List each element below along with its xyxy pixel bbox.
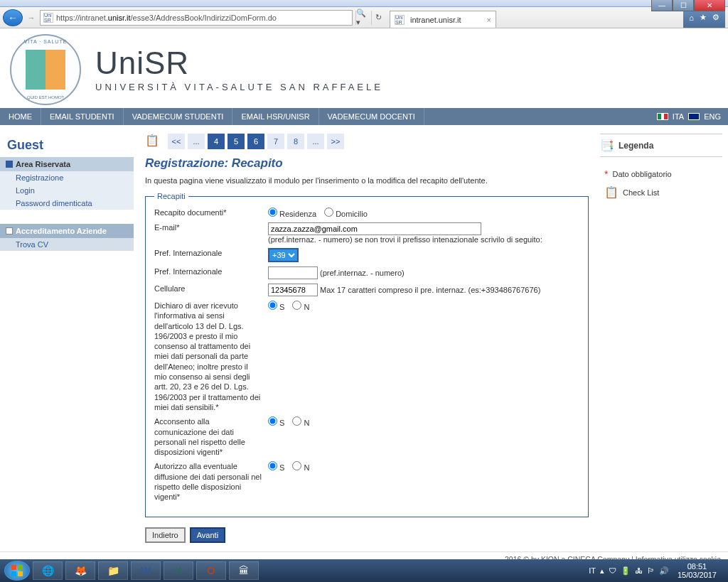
main-nav: HOME EMAIL STUDENTI VADEMECUM STUDENTI E… [0,108,728,125]
pager-prev[interactable]: ... [188,134,205,149]
browser-back-button[interactable]: ← [3,9,23,26]
pref-internazionale-field[interactable] [268,266,318,279]
star-icon: * [604,168,608,180]
cellulare-field[interactable] [268,284,318,296]
flag-en-icon [688,113,700,120]
back-button[interactable]: Indietro [145,527,186,543]
nav-vademecum-studenti[interactable]: VADEMECUM STUDENTI [124,108,233,125]
refresh-icon[interactable]: ↻ [371,11,385,25]
sidebar-item-trova-cv[interactable]: Trova CV [0,238,134,251]
checkbox-icon [6,161,13,168]
tab-favicon-icon: Uni SR [395,15,405,25]
pref-internazionale-select[interactable]: +39 [268,248,299,262]
cell-hint: Max 17 caratteri compreso il pre. intern… [320,286,540,294]
browser-forward-button[interactable]: → [24,11,38,25]
sidebar-item-login[interactable]: Login [0,184,134,197]
pager-4[interactable]: 4 [208,134,225,149]
radio-q3-s[interactable] [268,461,277,470]
lang-ita[interactable]: ITA [673,112,684,121]
taskbar-outlook-icon[interactable]: O [196,561,226,566]
flag-it-icon [657,113,668,120]
right-column: 📑 Legenda * Dato obbligatorio 📋 Check Li… [600,125,728,551]
nav-email-hsr[interactable]: EMAIL HSR/UNISR [232,108,318,125]
pager-next[interactable]: ... [307,134,324,149]
pager-last[interactable]: >> [327,134,344,149]
address-bar[interactable]: Uni SR https://intranet.unisr.it/esse3/A… [40,10,353,26]
recapiti-fieldset: Recapiti Recapito documenti* Residenza D… [145,192,589,517]
taskbar-app-icon[interactable]: 🏛 [229,561,259,566]
legend-title: 📑 Legenda [600,139,722,152]
start-button[interactable] [4,561,30,566]
window-maximize-button[interactable]: ☐ [673,0,694,11]
browser-tab[interactable]: Uni SR intranet.unisr.it × [390,11,496,28]
tray-clock[interactable]: 08:51 15/03/2017 [673,562,721,566]
fieldset-legend: Recapiti [154,192,188,200]
radio-q2-n[interactable] [292,416,301,426]
browser-toolbar: ← → Uni SR https://intranet.unisr.it/ess… [0,7,728,28]
clipboard-icon: 📋 [145,134,159,149]
pager-6[interactable]: 6 [247,134,264,149]
forward-button[interactable]: Avanti [190,527,225,543]
info-icon: 📑 [600,139,614,152]
window-minimize-button[interactable]: — [651,0,673,11]
label-pref2: Pref. Internazionale [154,266,268,276]
tools-icon[interactable]: ⚙ [712,13,719,22]
sidebar-head-area-riservata[interactable]: Area Riservata [0,157,134,171]
tab-close-icon[interactable]: × [487,16,491,24]
page-title: Registrazione: Recapito [145,156,589,171]
email-field[interactable] [268,222,481,235]
taskbar-word-icon[interactable]: W [131,561,161,566]
favorites-icon[interactable]: ★ [700,13,707,22]
sidebar-item-registrazione[interactable]: Registrazione [0,171,134,184]
pref2-hint: (pref.internaz. - numero) [320,269,405,277]
sidebar-head-accreditamento[interactable]: Accreditamento Aziende [0,224,134,238]
sidebar-title: Guest [0,132,134,157]
label-cellulare: Cellulare [154,284,268,293]
url-text: https://intranet.unisr.it/esse3/AddressB… [56,14,277,22]
sidebar: Guest Area Riservata Registrazione Login… [0,125,134,551]
label-consent1: Dichiaro di aver ricevuto l'informativa … [154,301,268,412]
page-header: VITA · SALUTE QUID EST HOMO? UniSR UNIVE… [0,28,728,108]
legend-required: * Dato obbligatorio [600,164,722,181]
pager-7[interactable]: 7 [267,134,284,149]
logo-icon: VITA · SALUTE QUID EST HOMO? [10,34,81,105]
nav-home[interactable]: HOME [0,108,41,125]
windows-icon [11,564,23,566]
taskbar-firefox-icon[interactable]: 🦊 [65,561,95,566]
pref-hint: (pref.internaz. - numero) se non trovi i… [268,235,579,244]
radio-q1-s[interactable] [268,301,277,310]
pager-8[interactable]: 8 [287,134,304,149]
label-recapito: Recapito documenti* [154,208,268,217]
pager-first[interactable]: << [168,134,185,149]
radio-q1-n[interactable] [292,301,301,310]
radio-residenza[interactable] [268,208,277,217]
lang-eng[interactable]: ENG [704,112,721,121]
wizard-pager: 📋 << ... 4 5 6 7 8 ... >> [145,134,589,149]
home-icon[interactable]: ⌂ [689,14,694,22]
url-favicon-icon: Uni SR [43,13,53,23]
taskbar-ie-icon[interactable]: 🌐 [33,561,63,566]
window-close-button[interactable]: ✕ [694,0,725,11]
sidebar-item-password[interactable]: Password dimenticata [0,197,134,210]
pager-5[interactable]: 5 [228,134,245,149]
label-pref1: Pref. Internazionale [154,248,268,258]
nav-vademecum-docenti[interactable]: VADEMECUM DOCENTI [319,108,424,125]
checkbox-icon [6,227,13,235]
taskbar-explorer-icon[interactable]: 📁 [98,561,128,566]
label-email: E-mail* [154,222,268,232]
legend-checklist[interactable]: 📋 Check List [600,181,722,200]
tab-title: intranet.unisr.it [410,16,461,24]
site-subtitle: UNIVERSITÀ VITA-SALUTE SAN RAFFAELE [95,82,383,92]
nav-email-studenti[interactable]: EMAIL STUDENTI [41,108,124,125]
svg-rect-0 [11,565,16,566]
svg-rect-1 [18,565,23,566]
radio-q3-n[interactable] [292,461,301,470]
radio-q2-s[interactable] [268,416,277,426]
taskbar: 🌐 🦊 📁 W X O 🏛 IT ▴ 🛡 🔋 🖧 🏳 🔊 08:51 15/03… [0,559,728,566]
search-dropdown-icon[interactable]: 🔍▾ [355,11,370,25]
page-intro: In questa pagina viene visualizzato il m… [145,176,589,185]
taskbar-excel-icon[interactable]: X [164,561,193,566]
site-title: UniSR [95,48,383,79]
radio-domicilio[interactable] [324,208,333,217]
checklist-icon: 📋 [604,185,619,199]
